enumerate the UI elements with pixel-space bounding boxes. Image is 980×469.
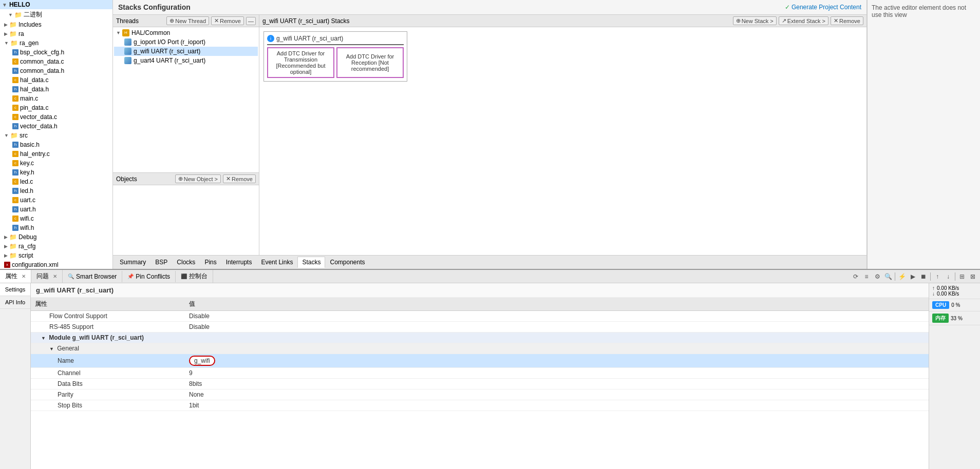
threads-section: Threads ⊕ New Thread ✕ Remove — [113, 15, 259, 173]
folder-icon-ra-cfg: 📁 [9, 243, 17, 250]
sidebar-item-ra[interactable]: ▶ 📁 ra [0, 29, 112, 38]
sidebar-item-key-h[interactable]: h key.h [0, 168, 112, 177]
sidebar-item-hal-entry[interactable]: c hal_entry.c [0, 149, 112, 159]
generate-project-content-btn[interactable]: ✓ Generate Project Content [785, 4, 861, 11]
tab-stacks[interactable]: Stacks [297, 257, 325, 268]
toolbar-icon-9[interactable]: ↓ [943, 271, 953, 282]
objects-remove-button[interactable]: ✕ Remove [223, 174, 256, 183]
sidebar-item-ra-gen[interactable]: ▼ 📁 ra_gen [0, 38, 112, 48]
sidebar-item-debug[interactable]: ▶ 📁 Debug [0, 232, 112, 242]
toolbar-icon-2[interactable]: ≡ [861, 271, 872, 282]
sidebar-item-pin-data-c[interactable]: c pin_data.c [0, 103, 112, 112]
sidebar-item-common-data-h[interactable]: h common_data.h [0, 66, 112, 75]
prop-tab-settings[interactable]: Settings [0, 283, 30, 296]
bottom-tab-pin-conflicts[interactable]: 📌 Pin Conflicts [122, 271, 176, 282]
toolbar-icon-11[interactable]: ⊠ [968, 271, 978, 282]
file-h-icon-uart: h [12, 206, 18, 212]
tab-event-links[interactable]: Event Links [256, 257, 297, 268]
tab-interrupts[interactable]: Interrupts [221, 257, 257, 268]
prop-label-channel: Channel [31, 368, 185, 379]
bottom-tab-properties[interactable]: 属性 ✕ [0, 270, 31, 283]
thread-item-ioport[interactable]: g_ioport I/O Port (r_ioport) [114, 37, 258, 47]
sidebar-item-wifi-c[interactable]: c wifi.c [0, 214, 112, 223]
pin-conflicts-icon: 📌 [127, 273, 134, 279]
prop-row-channel[interactable]: Channel 9 [31, 368, 929, 379]
add-dtc-rx-button[interactable]: Add DTC Driver for Reception [Not recomm… [336, 47, 404, 78]
new-stack-button[interactable]: ⊕ New Stack > [733, 16, 777, 25]
sidebar-item-led-c[interactable]: c led.c [0, 177, 112, 186]
stacks-tabs-bar: Summary BSP Clocks Pins Interrupts Event… [113, 255, 866, 269]
tab-bsp[interactable]: BSP [150, 257, 172, 268]
bottom-tab-console[interactable]: ⬛ 控制台 [176, 270, 213, 283]
toolbar-icon-6[interactable]: ▶ [908, 271, 918, 282]
sidebar-item-uart-h[interactable]: h uart.h [0, 205, 112, 214]
prop-row-data-bits[interactable]: Data Bits 8bits [31, 379, 929, 389]
sidebar-item-bsp-clock[interactable]: h bsp_clock_cfg.h [0, 48, 112, 57]
file-h-icon-key: h [12, 169, 18, 175]
stack-remove-button[interactable]: ✕ Remove [831, 16, 863, 25]
sidebar-item-hal-data-c[interactable]: c hal_data.c [0, 75, 112, 85]
sidebar-item-vector-data-c[interactable]: c vector_data.c [0, 112, 112, 122]
thread-item-uart4[interactable]: g_uart4 UART (r_sci_uart) [114, 56, 258, 65]
sidebar-item-uart-c[interactable]: c uart.c [0, 196, 112, 205]
sidebar-item-basic-h[interactable]: h basic.h [0, 140, 112, 149]
sidebar-item-key-c[interactable]: c key.c [0, 159, 112, 168]
threads-remove-button[interactable]: ✕ Remove [211, 16, 244, 25]
thread-item-wifi-uart[interactable]: g_wifi UART (r_sci_uart) [114, 47, 258, 56]
prop-value-channel: 9 [185, 368, 929, 379]
sidebar-item-src[interactable]: ▼ 📁 src [0, 131, 112, 140]
file-c-icon-common: c [12, 58, 18, 65]
prop-row-stop-bits[interactable]: Stop Bits 1bit [31, 400, 929, 411]
bottom-tab-problems[interactable]: 问题 ✕ [31, 270, 63, 283]
tab-pins[interactable]: Pins [200, 257, 221, 268]
sidebar-item-vector-data-h[interactable]: h vector_data.h [0, 122, 112, 131]
sidebar-config-xml-label: configuration.xml [12, 261, 59, 268]
prop-row-name[interactable]: Name g_wifi [31, 354, 929, 368]
prop-row-parity[interactable]: Parity None [31, 389, 929, 400]
sidebar-item-config-xml[interactable]: x configuration.xml [0, 260, 112, 269]
sidebar-item-binary[interactable]: ▼ 📁 二进制 [0, 9, 112, 20]
sidebar-debug-label: Debug [18, 233, 36, 241]
bottom-tab-properties-close[interactable]: ✕ [22, 273, 26, 279]
bottom-tab-problems-close[interactable]: ✕ [53, 273, 57, 279]
sidebar-hal-entry-label: hal_entry.c [20, 150, 50, 158]
toolbar-icon-5[interactable]: ⚡ [897, 271, 907, 282]
prop-table-body: Flow Control Support Disable RS-485 Supp… [31, 311, 929, 411]
new-thread-button[interactable]: ⊕ New Thread [166, 16, 209, 25]
stack-panel-header: g_wifi UART (r_sci_uart) Stacks ⊕ New St… [259, 15, 866, 27]
toolbar-icon-3[interactable]: ⚙ [872, 271, 882, 282]
new-object-button[interactable]: ⊕ New Object > [175, 174, 221, 183]
stack-divider [267, 44, 404, 45]
toolbar-icon-1[interactable]: ⟳ [851, 271, 861, 282]
toolbar-icon-7[interactable]: ⏹ [918, 271, 929, 282]
threads-minimize-button[interactable]: — [246, 17, 256, 25]
add-dtc-tx-button[interactable]: Add DTC Driver for Transmission [Recomme… [267, 47, 334, 78]
sidebar-hal-data-c-label: hal_data.c [20, 76, 48, 84]
stack-details-panel: g_wifi UART (r_sci_uart) Stacks ⊕ New St… [259, 15, 866, 255]
sidebar-item-wifi-h[interactable]: h wifi.h [0, 223, 112, 232]
prop-tab-api-info[interactable]: API Info [0, 296, 30, 309]
info-icon: i [267, 35, 274, 42]
tab-components[interactable]: Components [325, 257, 369, 268]
toolbar-icon-8[interactable]: ↑ [932, 271, 943, 282]
sidebar-item-main-c[interactable]: c main.c [0, 94, 112, 103]
bottom-tab-smart-browser[interactable]: 🔍 Smart Browser [63, 271, 122, 282]
wifi-uart-label: g_wifi UART (r_sci_uart) [134, 48, 200, 55]
sidebar-item-hal-data-h[interactable]: h hal_data.h [0, 85, 112, 94]
toolbar-icon-10[interactable]: ⊞ [957, 271, 967, 282]
tab-summary[interactable]: Summary [115, 257, 150, 268]
extend-stack-button[interactable]: ↗ Extend Stack > [779, 16, 828, 25]
sidebar-item-common-data-c[interactable]: c common_data.c [0, 57, 112, 66]
sidebar-pin-data-c-label: pin_data.c [20, 104, 48, 111]
sidebar-item-ra-cfg[interactable]: ▶ 📁 ra_cfg [0, 242, 112, 251]
sidebar-led-h-label: led.h [20, 187, 33, 194]
sidebar-item-led-h[interactable]: h led.h [0, 186, 112, 196]
thread-group-hal-common[interactable]: ▼ H HAL/Common [114, 28, 258, 37]
sidebar-item-includes[interactable]: ▶ 📁 Includes [0, 20, 112, 29]
toolbar-icon-4[interactable]: 🔍 [883, 271, 893, 282]
new-thread-plus-icon: ⊕ [169, 17, 174, 24]
sidebar-item-script[interactable]: ▶ 📁 script [0, 251, 112, 260]
sidebar-item-hello[interactable]: ▼ HELLO [0, 0, 112, 9]
sidebar-basic-h-label: basic.h [20, 141, 40, 148]
tab-clocks[interactable]: Clocks [172, 257, 200, 268]
